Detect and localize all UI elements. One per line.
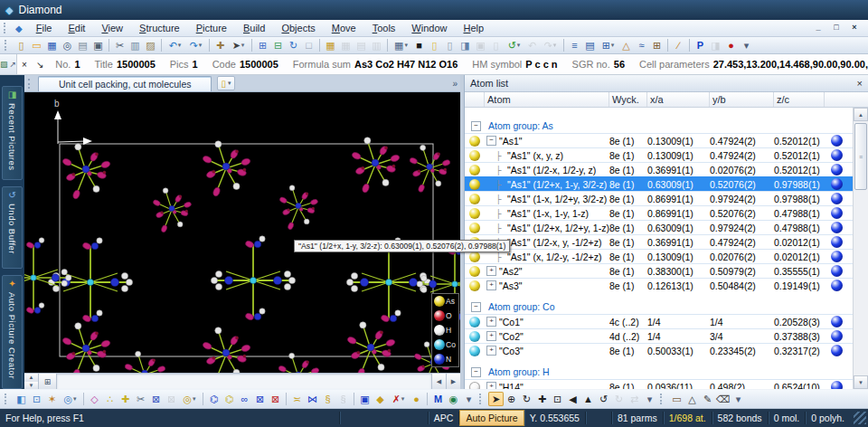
fill-cell-icon[interactable]: ◆ (373, 392, 388, 406)
atom-row[interactable]: ├"As1" (x, 1/2-y, -1/2+z)8e (1)0.13009(1… (465, 249, 854, 263)
final-picture-icon[interactable]: ◉ (446, 392, 461, 406)
spin-down-icon[interactable]: ▼ (24, 382, 38, 390)
collapse-group-icon[interactable]: − (471, 121, 481, 131)
menu-item-view[interactable]: View (93, 21, 131, 35)
menu-item-window[interactable]: Window (403, 21, 455, 35)
build-toolbar-drag-handle[interactable] (5, 394, 11, 404)
tab-overflow-icon[interactable]: » (452, 79, 458, 89)
column-header-z/c[interactable]: z/c (774, 92, 825, 107)
datasheet-mini-icon[interactable]: ▨ (0, 60, 8, 69)
new-document-icon[interactable]: ▯ (14, 38, 29, 52)
close-button[interactable]: × (846, 23, 863, 34)
legend-item-as[interactable]: As (434, 296, 458, 307)
legend-item-h[interactable]: H (434, 325, 458, 336)
legend-item-n[interactable]: N (434, 354, 458, 365)
toolbar-drag-handle[interactable] (5, 40, 11, 51)
connectivity-icon[interactable]: ⊠ (148, 392, 164, 406)
column-header-Atom[interactable]: Atom (485, 92, 609, 107)
rotate-mode-icon[interactable]: ↻ (519, 392, 534, 406)
menu-item-structure[interactable]: Structure (131, 21, 188, 35)
vscroll-down-icon[interactable]: ▼ (854, 375, 868, 389)
destroy-bonds-icon[interactable]: ✗▾ (388, 392, 409, 406)
toolbar-overflow-icon[interactable]: ▾ (739, 38, 754, 52)
polyhedron-icon[interactable]: ◇ (87, 392, 102, 406)
picture-spin-buttons[interactable]: ▲▼ (24, 374, 39, 389)
atom-list-close-icon[interactable]: × (857, 78, 863, 89)
menubar-drag-handle[interactable] (4, 23, 10, 33)
find-icon[interactable]: ◎ (60, 38, 75, 52)
auto-update-icon[interactable]: ↺▾ (504, 38, 524, 52)
zoom-mode-icon[interactable]: ⊡ (550, 392, 565, 406)
shift-mode-icon[interactable]: ⊕ (504, 392, 519, 406)
linked-rings-icon[interactable]: ∞ (237, 392, 252, 406)
atom-row[interactable]: +"As2"8e (1)0.38300(1)0.50979(2)0.35555(… (465, 263, 854, 278)
lattice-red-icon[interactable]: ⊠ (268, 392, 283, 406)
walk-mode-icon[interactable]: ↻ (611, 392, 627, 406)
move-toolbar-drag-handle[interactable] (479, 394, 486, 404)
picture-blank-icon[interactable]: ▯ (442, 38, 458, 52)
sidebar-tab-auto-picture-creator[interactable]: ✦Auto Picture Creator (2, 275, 23, 389)
move-overflow-icon[interactable]: ▾ (642, 392, 657, 406)
atom-group-header[interactable]: −Atom group: H (465, 365, 854, 379)
print-icon[interactable]: ▣ (90, 38, 106, 52)
measure-overflow-icon[interactable]: ▾ (731, 392, 746, 406)
table-send-icon[interactable]: ▥ (369, 38, 384, 52)
measure-distance-icon[interactable]: ▭ (669, 392, 684, 406)
reply-icon[interactable]: ↶ (524, 38, 540, 52)
picture-locked-icon[interactable]: ▣ (473, 38, 488, 52)
atom-row[interactable]: ├"As1" (x, y, z)8e (1)0.13009(1)0.47924(… (465, 147, 854, 162)
cut-molecule-icon[interactable]: ✂ (133, 392, 148, 406)
sidebar-tab-recent-pictures[interactable]: ◨Recent Pictures (2, 86, 23, 180)
save-icon[interactable]: ▦ (44, 38, 60, 52)
redo-icon[interactable]: ↷▾ (185, 38, 206, 52)
picture-window-icon[interactable]: ⊡ (29, 392, 44, 406)
spin-z-icon[interactable]: ↺ (596, 392, 611, 406)
data-sheet-icon[interactable]: ⊞ (255, 38, 270, 52)
data-brief-icon[interactable]: ⊟ (270, 38, 286, 52)
picture-new-icon[interactable]: ▯ (427, 38, 442, 52)
table-copy-icon[interactable]: ▦ (338, 38, 354, 52)
legend-item-o[interactable]: O (434, 310, 458, 321)
collapse-group-icon[interactable]: − (471, 367, 481, 377)
hscroll-track[interactable] (57, 374, 431, 389)
create-bond-icon[interactable]: ≍ (289, 392, 305, 406)
expand-icon[interactable]: + (486, 280, 496, 290)
hscroll-right-icon[interactable]: ▶ (446, 374, 460, 389)
data-blank-icon[interactable]: □ (301, 38, 316, 52)
resize-grip[interactable] (854, 412, 866, 424)
data-refresh-icon[interactable]: ↻ (286, 38, 301, 52)
restore-button[interactable]: □ (828, 23, 844, 34)
expand-icon[interactable]: + (486, 331, 496, 341)
cleanup-icon[interactable]: ∕ (671, 38, 686, 52)
diagram-table-icon[interactable]: ⊞ (649, 38, 665, 52)
atom-row[interactable]: +"As3"8e (1)0.12613(1)0.50484(2)0.19149(… (465, 278, 854, 292)
atom-row[interactable]: ├"As1" (1/2-x, 1/2-y, z)8e (1)0.36991(1)… (465, 162, 854, 176)
dataset-navigate-icon[interactable]: ↘ (36, 60, 43, 70)
undo-icon[interactable]: ↶▾ (165, 38, 185, 52)
hscroll-left-icon[interactable]: ◀ (431, 374, 446, 389)
atom-row[interactable]: +"Co1"4c (..2)1/41/40.20528(3) (465, 314, 854, 328)
measure-torsion-icon[interactable]: ✎ (700, 392, 715, 406)
dataset-close-icon[interactable]: × (22, 60, 27, 70)
details-view-icon[interactable]: ▤ (582, 38, 598, 52)
table-view-icon[interactable]: ▦▾ (391, 38, 411, 52)
contact-arc-icon[interactable]: § (320, 392, 335, 406)
atom-row[interactable]: +"Co3"8e (1)0.50033(1)0.23345(2)0.32317(… (465, 343, 854, 357)
print-preview-icon[interactable]: ▤ (75, 38, 90, 52)
menu-item-objects[interactable]: Objects (273, 21, 323, 35)
paste-icon[interactable]: ▨ (143, 38, 158, 52)
tilt-y-icon[interactable]: ▲ (580, 392, 596, 406)
measure-toolbar-drag-handle[interactable] (660, 394, 666, 404)
menu-item-picture[interactable]: Picture (188, 21, 235, 35)
connectivity-off-icon[interactable]: ⊠ (164, 392, 179, 406)
open-file-icon[interactable]: ▭ (29, 38, 44, 52)
build-wizard-icon[interactable]: ✶ (44, 392, 60, 406)
table-edit-icon[interactable]: ▤ (354, 38, 369, 52)
atom-row[interactable]: +"Co2"4d (..2)1/43/40.37388(3) (465, 328, 854, 343)
navigate-mini-icon[interactable]: ↗ (10, 60, 17, 69)
sidebar-tab-undo-buffer[interactable]: ↺Undo Buffer (2, 186, 23, 270)
lattice-blue-icon[interactable]: ⊠ (252, 392, 268, 406)
ring-yellow-icon[interactable]: ⌬ (222, 392, 237, 406)
add-atom-icon[interactable]: ✚ (118, 392, 133, 406)
forward-icon[interactable]: ↷▾ (540, 38, 561, 52)
